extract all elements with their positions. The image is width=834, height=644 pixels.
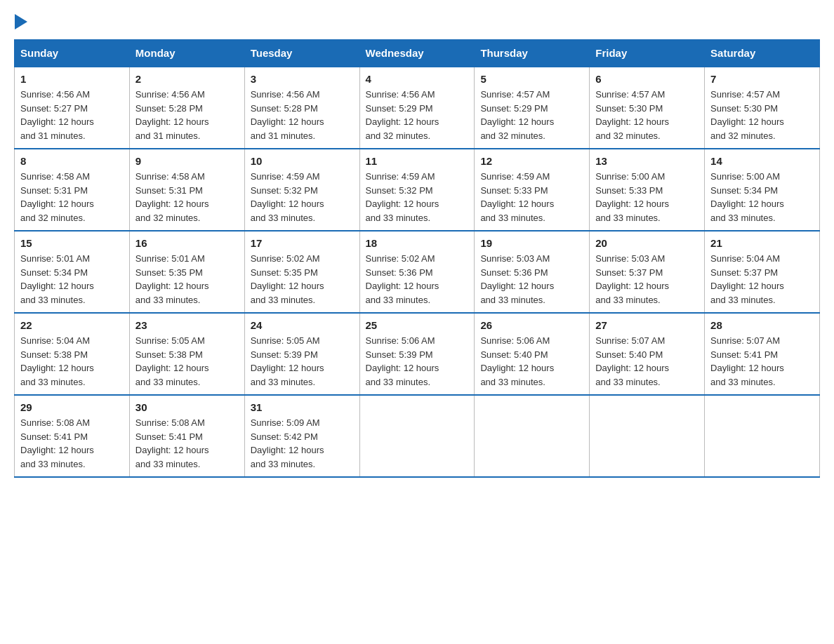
daylight-label: Daylight: 12 hours <box>251 363 324 373</box>
sunset-label: Sunset: 5:28 PM <box>251 103 318 114</box>
calendar-cell: 2 Sunrise: 4:56 AM Sunset: 5:28 PM Dayli… <box>129 67 244 149</box>
daylight-label: Daylight: 12 hours <box>20 281 94 291</box>
day-info: Sunrise: 4:56 AM Sunset: 5:28 PM Dayligh… <box>251 88 354 142</box>
daylight-minutes: and 33 minutes. <box>20 459 86 469</box>
day-info: Sunrise: 5:05 AM Sunset: 5:38 PM Dayligh… <box>135 334 239 389</box>
daylight-label: Daylight: 12 hours <box>480 363 554 373</box>
sunrise-label: Sunrise: 4:59 AM <box>251 171 320 182</box>
day-info: Sunrise: 5:02 AM Sunset: 5:35 PM Dayligh… <box>251 252 354 307</box>
sunset-label: Sunset: 5:32 PM <box>251 185 318 196</box>
daylight-minutes: and 32 minutes. <box>480 130 545 141</box>
sunset-label: Sunset: 5:38 PM <box>135 349 203 360</box>
daylight-label: Daylight: 12 hours <box>595 116 669 127</box>
sunset-label: Sunset: 5:30 PM <box>710 103 778 114</box>
sunset-label: Sunset: 5:27 PM <box>20 103 88 114</box>
daylight-label: Daylight: 12 hours <box>20 445 94 455</box>
daylight-label: Daylight: 12 hours <box>366 281 439 291</box>
day-info: Sunrise: 5:07 AM Sunset: 5:41 PM Dayligh… <box>710 334 814 389</box>
daylight-label: Daylight: 12 hours <box>366 199 439 209</box>
sunset-label: Sunset: 5:39 PM <box>366 349 433 360</box>
sunrise-label: Sunrise: 4:57 AM <box>710 89 780 100</box>
calendar-cell: 30 Sunrise: 5:08 AM Sunset: 5:41 PM Dayl… <box>129 395 244 477</box>
day-number: 28 <box>710 319 814 331</box>
daylight-label: Daylight: 12 hours <box>20 199 94 209</box>
sunrise-label: Sunrise: 5:02 AM <box>251 253 320 264</box>
daylight-minutes: and 32 minutes. <box>366 130 431 141</box>
daylight-minutes: and 33 minutes. <box>710 295 776 305</box>
sunset-label: Sunset: 5:41 PM <box>135 431 203 442</box>
sunset-label: Sunset: 5:36 PM <box>366 267 433 278</box>
sunset-label: Sunset: 5:29 PM <box>366 103 433 114</box>
day-number: 12 <box>480 155 583 167</box>
day-info: Sunrise: 4:58 AM Sunset: 5:31 PM Dayligh… <box>20 170 124 224</box>
sunrise-label: Sunrise: 5:00 AM <box>595 171 665 182</box>
day-info: Sunrise: 5:01 AM Sunset: 5:34 PM Dayligh… <box>20 252 124 307</box>
sunrise-label: Sunrise: 5:05 AM <box>135 335 205 346</box>
day-info: Sunrise: 4:59 AM Sunset: 5:32 PM Dayligh… <box>251 170 354 224</box>
sunset-label: Sunset: 5:32 PM <box>366 185 433 196</box>
calendar-week-row: 22 Sunrise: 5:04 AM Sunset: 5:38 PM Dayl… <box>15 313 820 395</box>
calendar-cell: 29 Sunrise: 5:08 AM Sunset: 5:41 PM Dayl… <box>15 395 130 477</box>
daylight-minutes: and 31 minutes. <box>251 130 316 141</box>
day-number: 1 <box>20 73 124 85</box>
calendar-cell: 5 Sunrise: 4:57 AM Sunset: 5:29 PM Dayli… <box>475 67 590 149</box>
sunrise-label: Sunrise: 5:04 AM <box>710 253 780 264</box>
day-number: 14 <box>710 155 814 167</box>
sunrise-label: Sunrise: 5:07 AM <box>595 335 665 346</box>
sunrise-label: Sunrise: 5:06 AM <box>480 335 550 346</box>
sunrise-label: Sunrise: 4:56 AM <box>366 89 435 100</box>
day-info: Sunrise: 5:06 AM Sunset: 5:39 PM Dayligh… <box>366 334 469 389</box>
calendar-cell: 18 Sunrise: 5:02 AM Sunset: 5:36 PM Dayl… <box>359 231 475 313</box>
daylight-minutes: and 33 minutes. <box>480 295 545 305</box>
calendar-cell: 20 Sunrise: 5:03 AM Sunset: 5:37 PM Dayl… <box>590 231 705 313</box>
calendar-table: SundayMondayTuesdayWednesdayThursdayFrid… <box>14 39 820 478</box>
calendar-cell: 14 Sunrise: 5:00 AM Sunset: 5:34 PM Dayl… <box>705 149 820 231</box>
calendar-cell: 11 Sunrise: 4:59 AM Sunset: 5:32 PM Dayl… <box>359 149 475 231</box>
day-number: 25 <box>366 319 469 331</box>
daylight-label: Daylight: 12 hours <box>135 116 209 127</box>
daylight-label: Daylight: 12 hours <box>366 363 439 373</box>
daylight-minutes: and 33 minutes. <box>251 213 316 223</box>
day-info: Sunrise: 5:09 AM Sunset: 5:42 PM Dayligh… <box>251 416 354 471</box>
day-info: Sunrise: 4:56 AM Sunset: 5:28 PM Dayligh… <box>135 88 239 142</box>
sunset-label: Sunset: 5:31 PM <box>20 185 88 196</box>
daylight-minutes: and 31 minutes. <box>135 130 201 141</box>
daylight-label: Daylight: 12 hours <box>710 363 784 373</box>
day-number: 18 <box>366 237 469 249</box>
calendar-week-row: 8 Sunrise: 4:58 AM Sunset: 5:31 PM Dayli… <box>15 149 820 231</box>
calendar-cell: 7 Sunrise: 4:57 AM Sunset: 5:30 PM Dayli… <box>705 67 820 149</box>
sunset-label: Sunset: 5:34 PM <box>20 267 88 278</box>
calendar-cell: 1 Sunrise: 4:56 AM Sunset: 5:27 PM Dayli… <box>15 67 130 149</box>
day-info: Sunrise: 5:03 AM Sunset: 5:36 PM Dayligh… <box>480 252 583 307</box>
calendar-week-row: 15 Sunrise: 5:01 AM Sunset: 5:34 PM Dayl… <box>15 231 820 313</box>
logo <box>14 14 28 25</box>
calendar-cell: 27 Sunrise: 5:07 AM Sunset: 5:40 PM Dayl… <box>590 313 705 395</box>
sunset-label: Sunset: 5:35 PM <box>251 267 318 278</box>
daylight-label: Daylight: 12 hours <box>135 199 209 209</box>
day-info: Sunrise: 5:06 AM Sunset: 5:40 PM Dayligh… <box>480 334 583 389</box>
calendar-cell <box>359 395 475 477</box>
sunrise-label: Sunrise: 4:56 AM <box>251 89 320 100</box>
daylight-minutes: and 33 minutes. <box>480 377 545 387</box>
daylight-label: Daylight: 12 hours <box>135 281 209 291</box>
sunrise-label: Sunrise: 5:03 AM <box>480 253 550 264</box>
daylight-label: Daylight: 12 hours <box>710 199 784 209</box>
calendar-cell: 8 Sunrise: 4:58 AM Sunset: 5:31 PM Dayli… <box>15 149 130 231</box>
sunset-label: Sunset: 5:37 PM <box>710 267 778 278</box>
day-info: Sunrise: 5:07 AM Sunset: 5:40 PM Dayligh… <box>595 334 699 389</box>
daylight-minutes: and 33 minutes. <box>595 213 661 223</box>
page-header <box>14 14 820 25</box>
daylight-label: Daylight: 12 hours <box>135 445 209 455</box>
day-number: 30 <box>135 401 239 413</box>
sunrise-label: Sunrise: 5:09 AM <box>251 417 320 428</box>
day-number: 17 <box>251 237 354 249</box>
daylight-label: Daylight: 12 hours <box>595 281 669 291</box>
daylight-minutes: and 33 minutes. <box>20 295 86 305</box>
daylight-minutes: and 33 minutes. <box>480 213 545 223</box>
calendar-cell: 26 Sunrise: 5:06 AM Sunset: 5:40 PM Dayl… <box>475 313 590 395</box>
day-number: 22 <box>20 319 124 331</box>
daylight-minutes: and 33 minutes. <box>366 377 431 387</box>
column-header-sunday: Sunday <box>15 40 130 67</box>
day-info: Sunrise: 5:01 AM Sunset: 5:35 PM Dayligh… <box>135 252 239 307</box>
column-header-thursday: Thursday <box>475 40 590 67</box>
